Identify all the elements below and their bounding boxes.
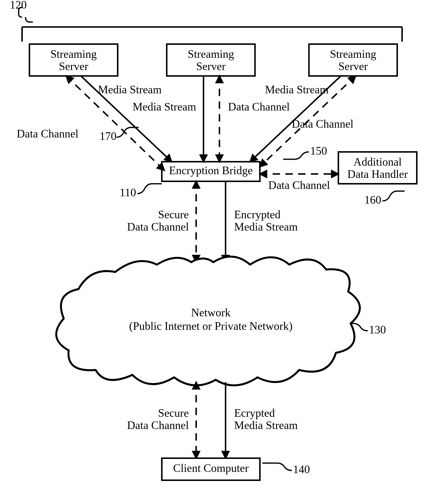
label-bridge-net-enc-1: Encrypted [234,208,280,221]
encryption-bridge: Encryption Bridge [162,162,260,181]
network-line1: Network [191,306,231,319]
server2-line1: Streaming [188,48,234,60]
label-net-client-enc-2: Media Stream [234,419,298,431]
handler-line1: Additional [354,156,402,168]
ref-150-label: 150 [310,145,327,157]
additional-data-handler: Additional Data Handler [338,152,417,184]
ref-110-label: 110 [120,186,136,199]
ref-140: 140 [262,463,310,476]
client-computer: Client Computer [162,458,260,480]
server2-line2: Server [196,60,226,73]
handler-line2: Data Handler [347,168,408,180]
label-net-client-enc-1: Ecrypted [234,407,275,419]
network-line2: (Public Internet or Private Network) [129,320,293,332]
streaming-server-1: Streaming Server [29,44,118,76]
label-server2-media: Media Stream [133,100,196,113]
streaming-server-3: Streaming Server [309,44,397,76]
ref-160: 160 [364,191,405,206]
label-server1-media: Media Stream [98,83,162,96]
label-net-client-secure-1: Secure [158,407,189,419]
label-server2-data: Data Channel [228,100,290,113]
ref-110: 110 [120,184,162,199]
server1-line1: Streaming [50,48,97,60]
streaming-server-2: Streaming Server [167,44,255,76]
label-bridge-net-secure-2: Data Channel [127,221,189,233]
server3-line2: Server [338,60,368,73]
label-bridge-handler: Data Channel [268,179,330,191]
label-server3-data: Data Channel [292,118,354,130]
ref-150: 150 [283,145,327,159]
ref-160-label: 160 [364,194,381,206]
server1-line2: Server [59,60,88,73]
label-bridge-net-secure-1: Secure [158,208,189,221]
ref-130: 130 [351,323,386,336]
diagram-canvas: 120 Streaming Server Streaming Server St… [0,0,433,504]
server3-line1: Streaming [330,48,376,60]
client-label: Client Computer [173,462,249,474]
ref-130-label: 130 [369,323,386,336]
ref-140-label: 140 [293,463,310,476]
ref-120-label: 120 [10,0,27,11]
label-bridge-net-enc-2: Media Stream [234,221,298,233]
ref-120: 120 [10,0,402,42]
label-server1-data: Data Channel [17,127,78,140]
bridge-label: Encryption Bridge [169,164,253,177]
label-net-client-secure-2: Data Channel [127,419,189,431]
ref-170-label: 170 [100,130,116,142]
label-server3-media: Media Stream [265,83,329,96]
network-cloud: Network (Public Internet or Private Netw… [56,257,360,385]
